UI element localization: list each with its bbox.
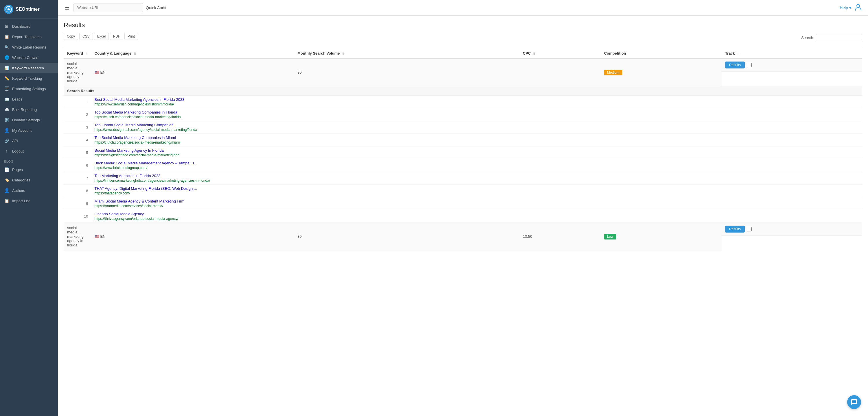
track-cell: Results [722, 223, 862, 236]
result-url-link[interactable]: https://www.brickmediagroup.com/ [95, 166, 859, 170]
col-keyword[interactable]: Keyword ⇅ [64, 48, 91, 59]
result-content: Top Social Media Marketing Companies in … [91, 134, 862, 146]
col-monthly-search-volume[interactable]: Monthly Search Volume ⇅ [294, 48, 519, 59]
search-label: Search: [801, 36, 814, 40]
import-list-icon: 📋 [4, 199, 9, 203]
sidebar-logo[interactable]: SEOptimer [0, 0, 58, 19]
quick-audit-button[interactable]: Quick Audit [146, 5, 166, 10]
competition-badge: Low [604, 234, 616, 240]
results-button[interactable]: Results [725, 62, 745, 68]
col-track[interactable]: Track ⇅ [722, 48, 862, 59]
result-content: Miami Social Media Agency & Content Mark… [91, 197, 862, 210]
result-url-link[interactable]: https://roarmedia.com/services/social-me… [95, 204, 859, 208]
sidebar-item-my-account[interactable]: 👤 My Account [0, 125, 58, 136]
track-sort-icon[interactable]: ⇅ [737, 52, 740, 55]
sidebar-item-authors[interactable]: 👤 Authors [0, 185, 58, 196]
main-content: ☰ Quick Audit Help ▾ Results Copy CSV Ex… [58, 0, 868, 416]
sidebar-item-import-list[interactable]: 📋 Import List [0, 196, 58, 206]
sidebar-item-logout[interactable]: ↑ Logout [0, 146, 58, 156]
sidebar-item-label: Pages [12, 168, 23, 172]
col-cpc[interactable]: CPC ⇅ [519, 48, 601, 59]
track-checkbox[interactable] [747, 227, 752, 232]
country-cell: 🇺🇸EN [91, 223, 294, 250]
search-result-row: 4 Top Social Media Marketing Companies i… [64, 134, 862, 146]
sidebar-item-report-templates[interactable]: 📋 Report Templates [0, 32, 58, 42]
sidebar-item-website-crawls[interactable]: 🌐 Website Crawls [0, 52, 58, 63]
country-sort-icon[interactable]: ⇅ [134, 52, 136, 55]
keyword-tracking-icon: ✏️ [4, 76, 9, 80]
sidebar-item-label: Domain Settings [12, 118, 40, 122]
result-url-link[interactable]: https://clutch.co/agencies/social-media-… [95, 140, 859, 144]
pages-icon: 📄 [4, 167, 9, 172]
result-title-link[interactable]: Orlando Social Media Agency [95, 212, 859, 216]
white-label-icon: 🔍 [4, 45, 9, 49]
results-button[interactable]: Results [725, 226, 745, 233]
sidebar-item-label: Import List [12, 199, 30, 203]
user-icon-button[interactable] [854, 3, 862, 12]
search-results-label: Search Results [64, 86, 862, 96]
result-number: 9 [64, 197, 91, 210]
sidebar-item-label: Categories [12, 178, 30, 182]
result-title-link[interactable]: Brick Media: Social Media Management Age… [95, 161, 859, 165]
url-input[interactable] [73, 3, 143, 12]
result-url-link[interactable]: https://influencermarketinghub.com/agenc… [95, 178, 859, 182]
content-area: Results Copy CSV Excel PDF Print Search:… [58, 15, 868, 416]
result-title-link[interactable]: Miami Social Media Agency & Content Mark… [95, 199, 859, 203]
result-title-link[interactable]: Top Marketing Agencies in Florida 2023 [95, 174, 859, 178]
table-row: social media marketing agency in florida… [64, 223, 862, 250]
copy-button[interactable]: Copy [64, 33, 78, 40]
result-title-link[interactable]: Top Social Media Marketing Companies in … [95, 136, 859, 140]
sidebar-item-domain-settings[interactable]: ⚙️ Domain Settings [0, 115, 58, 125]
csv-button[interactable]: CSV [79, 33, 93, 40]
cpc-sort-icon[interactable]: ⇅ [533, 52, 535, 55]
pdf-button[interactable]: PDF [110, 33, 123, 40]
result-url-link[interactable]: https://thriveagency.com/orlando-social-… [95, 217, 859, 221]
excel-button[interactable]: Excel [94, 33, 109, 40]
website-crawls-icon: 🌐 [4, 55, 9, 60]
keyword-sort-icon[interactable]: ⇅ [85, 52, 88, 55]
track-checkbox[interactable] [747, 63, 752, 67]
sidebar-item-label: Report Templates [12, 35, 42, 39]
result-title-link[interactable]: Best Social Media Marketing Agencies in … [95, 97, 859, 102]
result-url-link[interactable]: https://clutch.co/agencies/social-media-… [95, 115, 859, 119]
result-number: 10 [64, 210, 91, 223]
result-url-link[interactable]: https://www.semrush.com/agencies/list/sm… [95, 102, 859, 106]
sidebar-item-keyword-tracking[interactable]: ✏️ Keyword Tracking [0, 73, 58, 83]
hamburger-button[interactable]: ☰ [64, 3, 71, 12]
chat-bubble[interactable] [847, 395, 861, 409]
result-url-link[interactable]: https://designscottage.com/social-media-… [95, 153, 859, 157]
sidebar-item-label: Leads [12, 97, 22, 101]
sidebar-item-dashboard[interactable]: ⊞ Dashboard [0, 21, 58, 32]
result-title-link[interactable]: THAT Agency: Digital Marketing Florida (… [95, 186, 859, 190]
help-button[interactable]: Help ▾ [840, 5, 851, 10]
sidebar-item-white-label-reports[interactable]: 🔍 White Label Reports [0, 42, 58, 52]
table-row: social media marketing agency florida 🇺🇸… [64, 59, 862, 86]
result-content: Social Media Marketing Agency In Florida… [91, 146, 862, 159]
sidebar-item-bulk-reporting[interactable]: ☁️ Bulk Reporting [0, 104, 58, 115]
col-competition[interactable]: Competition [601, 48, 722, 59]
sidebar-item-categories[interactable]: 🏷️ Categories [0, 175, 58, 185]
sidebar-item-pages[interactable]: 📄 Pages [0, 164, 58, 175]
dashboard-icon: ⊞ [4, 24, 9, 29]
sidebar-item-label: Dashboard [12, 24, 31, 29]
msv-sort-icon[interactable]: ⇅ [342, 52, 344, 55]
sidebar-item-embedding-settings[interactable]: 🖥️ Embedding Settings [0, 83, 58, 94]
print-button[interactable]: Print [124, 33, 138, 40]
sidebar-item-keyword-research[interactable]: 📊 Keyword Research [0, 63, 58, 73]
result-url-link[interactable]: https://www.designrush.com/agency/social… [95, 128, 859, 132]
result-number: 8 [64, 184, 91, 197]
result-title-link[interactable]: Social Media Marketing Agency In Florida [95, 148, 859, 152]
table-search-input[interactable] [816, 34, 862, 41]
search-result-row: 2 Top Social Media Marketing Companies i… [64, 108, 862, 121]
result-title-link[interactable]: Top Florida Social Media Marketing Compa… [95, 123, 859, 127]
search-result-row: 5 Social Media Marketing Agency In Flori… [64, 146, 862, 159]
sidebar-item-api[interactable]: 🔗 API [0, 136, 58, 146]
embedding-settings-icon: 🖥️ [4, 86, 9, 91]
result-url-link[interactable]: https://thatagency.com/ [95, 191, 859, 195]
results-table: Keyword ⇅ Country & Language ⇅ Monthly S… [64, 48, 862, 250]
result-title-link[interactable]: Top Social Media Marketing Companies in … [95, 110, 859, 114]
sidebar-item-leads[interactable]: ✉️ Leads [0, 94, 58, 104]
col-country-language[interactable]: Country & Language ⇅ [91, 48, 294, 59]
my-account-icon: 👤 [4, 128, 9, 133]
result-content: Top Florida Social Media Marketing Compa… [91, 121, 862, 134]
